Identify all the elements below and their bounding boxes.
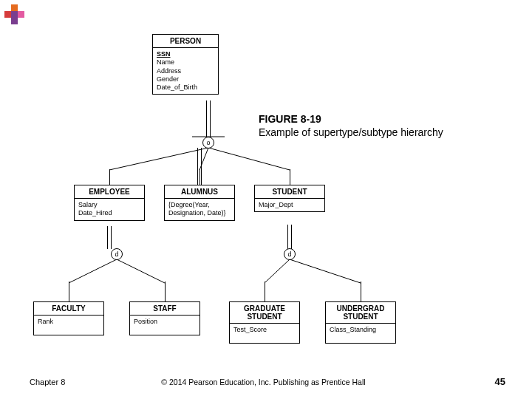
entity-attrs: SSN Name Address Gender Date_of_Birth: [153, 48, 218, 94]
entity-attrs: {Degree(Year, Designation, Date)}: [165, 199, 234, 220]
entity-attr: Class_Standing: [330, 326, 392, 334]
entity-faculty: FACULTY Rank: [33, 301, 104, 335]
entity-title: FACULTY: [34, 302, 103, 316]
page-number: 45: [495, 376, 505, 387]
logo-cell: [18, 11, 24, 18]
entity-title: PERSON: [153, 35, 218, 48]
connector-line: [165, 282, 166, 301]
entity-title: STAFF: [130, 302, 200, 316]
entity-attr: Date_of_Birth: [157, 83, 214, 92]
svg-line-4: [117, 259, 165, 283]
figure-title: Example of supertype/subtype hierarchy: [259, 126, 443, 139]
connector-double: [287, 225, 292, 249]
entity-attrs: Position: [130, 316, 200, 335]
connector-line: [361, 282, 361, 301]
connector-double: [107, 226, 112, 249]
entity-title: ALUMNUS: [165, 185, 234, 199]
copyright-text: © 2014 Pearson Education, Inc. Publishin…: [161, 378, 365, 386]
entity-student: STUDENT Major_Dept: [254, 185, 325, 212]
entity-attr: {Degree(Year, Designation, Date)}: [168, 201, 231, 218]
entity-title: EMPLOYEE: [75, 185, 144, 199]
slide-footer: Chapter 8 © 2014 Pearson Education, Inc.…: [0, 376, 532, 387]
entity-attr: Address: [157, 67, 214, 75]
entity-pk: SSN: [157, 50, 214, 58]
entity-attr: Date_Hired: [78, 209, 140, 217]
connector-line: [290, 169, 290, 185]
entity-person: PERSON SSN Name Address Gender Date_of_B…: [152, 34, 219, 95]
entity-attrs: Major_Dept: [255, 199, 324, 211]
connector-line: [69, 282, 69, 301]
connector-line: [109, 169, 110, 185]
figure-number: FIGURE 8-19: [259, 112, 443, 126]
entity-attrs: Rank: [34, 316, 103, 335]
connector-line: [200, 169, 200, 185]
figure-caption: FIGURE 8-19 Example of supertype/subtype…: [259, 112, 443, 139]
entity-title: STUDENT: [255, 185, 324, 199]
svg-line-5: [265, 259, 290, 283]
constraint-disjoint: d: [284, 248, 296, 260]
entity-attr: Name: [157, 58, 214, 66]
entity-title: UNDERGRAD STUDENT: [326, 302, 395, 324]
entity-attr: Gender: [157, 75, 214, 83]
entity-attrs: Salary Date_Hired: [75, 199, 144, 220]
entity-attrs: Class_Standing: [326, 324, 395, 343]
svg-line-6: [290, 259, 361, 283]
constraint-overlap: o: [202, 137, 214, 149]
publisher-logo: [4, 4, 25, 25]
entity-attr: Major_Dept: [259, 201, 321, 209]
chapter-label: Chapter 8: [30, 378, 65, 386]
entity-graduate-student: GRADUATE STUDENT Test_Score: [229, 301, 300, 344]
entity-attr: Test_Score: [233, 326, 296, 334]
entity-attr: Rank: [38, 318, 100, 326]
entity-employee: EMPLOYEE Salary Date_Hired: [74, 185, 145, 221]
logo-cell: [11, 18, 18, 24]
connector-double: [206, 100, 211, 137]
constraint-disjoint: d: [111, 248, 123, 260]
entity-attrs: Test_Score: [230, 324, 299, 343]
entity-alumnus: ALUMNUS {Degree(Year, Designation, Date)…: [164, 185, 235, 221]
entity-attr: Position: [134, 318, 196, 326]
connector-line: [265, 282, 265, 301]
logo-cell: [4, 11, 11, 18]
entity-attr: Salary: [78, 201, 140, 209]
entity-undergrad-student: UNDERGRAD STUDENT Class_Standing: [325, 301, 396, 344]
entity-staff: STAFF Position: [129, 301, 200, 335]
svg-line-3: [69, 259, 117, 283]
logo-cell: [11, 4, 18, 11]
logo-cell: [11, 11, 18, 18]
entity-title: GRADUATE STUDENT: [230, 302, 299, 324]
